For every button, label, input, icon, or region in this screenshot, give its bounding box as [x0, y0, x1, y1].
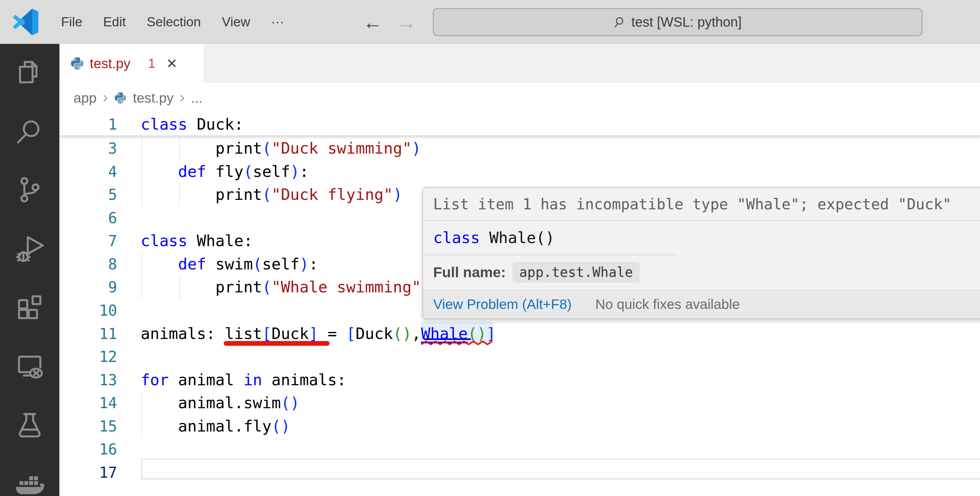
tab-close-icon[interactable]: ✕ — [166, 56, 177, 71]
run-debug-icon[interactable] — [14, 233, 45, 265]
hover-code-keyword: class — [433, 228, 480, 247]
code-token: self — [253, 163, 290, 181]
menu-selection[interactable]: Selection — [136, 14, 211, 29]
sticky-code-line[interactable]: 1class Duck: — [59, 113, 980, 136]
code-token: ( — [281, 394, 290, 412]
code-line[interactable]: 16 — [59, 438, 980, 461]
code-line[interactable]: 13for animal in animals: — [59, 368, 980, 392]
code-line[interactable]: 14 animal.swim() — [59, 391, 980, 415]
code-token: "Whale swimming" — [272, 278, 421, 296]
extensions-icon[interactable] — [14, 292, 45, 324]
code-token: Whale: — [187, 231, 253, 250]
activity-bar — [0, 44, 59, 496]
code-token: Duck: — [187, 115, 243, 133]
code-token: class — [141, 231, 187, 250]
line-number[interactable]: 6 — [59, 206, 117, 230]
chevron-right-icon: › — [103, 88, 108, 106]
code-line[interactable]: 17 — [59, 461, 980, 484]
explorer-icon[interactable] — [14, 57, 45, 88]
line-number[interactable]: 11 — [59, 322, 117, 345]
view-problem-link[interactable]: View Problem (Alt+F8) — [433, 297, 572, 312]
code-token: self — [262, 255, 299, 273]
code-token: ( — [262, 139, 272, 157]
code-line[interactable]: 4 def fly(self): — [59, 160, 980, 183]
menu-bar: File Edit Selection View ··· — [51, 0, 294, 44]
vscode-window: File Edit Selection View ··· ← → test [W… — [0, 0, 980, 496]
red-marker-underline — [224, 341, 329, 346]
code-text[interactable]: animal.fly() — [141, 415, 290, 438]
code-token: animal.swim — [141, 394, 281, 412]
code-token: Duck — [272, 324, 309, 343]
remote-explorer-icon[interactable] — [14, 351, 45, 382]
code-line[interactable]: 15 animal.fly() — [59, 415, 980, 438]
hover-code-rest: Whale() — [480, 228, 555, 247]
line-number[interactable]: 14 — [59, 391, 117, 415]
command-center-search[interactable]: test [WSL: python] — [433, 8, 923, 36]
line-number[interactable]: 1 — [59, 113, 117, 136]
breadcrumb-folder[interactable]: app — [73, 90, 97, 106]
code-text[interactable]: class Whale: — [141, 229, 253, 252]
code-token: , — [412, 324, 421, 343]
code-line[interactable]: 3 print("Duck swimming") — [59, 137, 980, 160]
code-token: = — [318, 324, 346, 343]
code-token: for — [141, 371, 169, 389]
line-number[interactable]: 10 — [59, 299, 117, 322]
breadcrumb-file[interactable]: test.py — [133, 90, 174, 106]
search-icon — [614, 16, 627, 29]
menu-view[interactable]: View — [211, 14, 261, 29]
code-text[interactable]: animal.swim() — [141, 391, 299, 415]
code-token: ( — [393, 324, 402, 343]
line-number[interactable]: 7 — [59, 229, 117, 252]
no-quick-fixes-label: No quick fixes available — [595, 297, 740, 312]
testing-beaker-icon[interactable] — [14, 409, 45, 440]
code-token: ) — [412, 139, 421, 157]
menu-edit[interactable]: Edit — [93, 14, 136, 29]
hover-fullname-label: Full name: — [433, 264, 506, 281]
code-line[interactable]: 12 — [59, 345, 980, 368]
code-token: print — [141, 185, 262, 204]
breadcrumb-more[interactable]: ... — [191, 90, 202, 106]
tab-test-py[interactable]: test.py 1 ✕ — [60, 44, 204, 83]
code-token: "Duck swimming" — [272, 139, 412, 157]
menu-file[interactable]: File — [51, 14, 93, 29]
python-file-icon — [114, 91, 127, 104]
code-text[interactable]: def swim(self): — [141, 252, 318, 276]
code-text[interactable]: print("Whale swimming") — [141, 276, 430, 299]
docker-icon[interactable] — [14, 469, 45, 496]
hover-fullname-value: app.test.Whale — [512, 262, 640, 282]
line-number[interactable]: 5 — [59, 183, 117, 206]
hover-error-message: List item 1 has incompatible type "Whale… — [423, 188, 980, 220]
back-arrow-icon[interactable]: ← — [363, 0, 383, 44]
search-activity-icon[interactable] — [14, 116, 45, 147]
search-box-label: test [WSL: python] — [632, 14, 742, 30]
code-text[interactable]: for animal in animals: — [141, 368, 346, 392]
code-token: print — [141, 139, 262, 157]
code-token: fly — [206, 163, 243, 181]
line-number[interactable]: 16 — [59, 438, 117, 461]
forward-arrow-icon[interactable]: → — [397, 0, 416, 44]
code-text[interactable]: print("Duck swimming") — [141, 137, 421, 160]
code-token: animal.fly — [141, 417, 272, 435]
code-token: ) — [299, 255, 309, 273]
line-number[interactable]: 17 — [59, 461, 117, 484]
code-token: [ — [262, 324, 272, 343]
code-token — [141, 255, 178, 273]
line-number[interactable]: 3 — [59, 137, 117, 160]
line-number[interactable]: 4 — [59, 160, 117, 183]
line-number[interactable]: 13 — [59, 368, 117, 392]
code-token: swim — [206, 255, 253, 273]
code-token: : — [309, 255, 318, 273]
line-number[interactable]: 12 — [59, 345, 117, 368]
code-token: ( — [272, 417, 281, 435]
code-token: in — [243, 371, 262, 389]
code-text[interactable]: print("Duck flying") — [141, 183, 402, 206]
code-text[interactable]: class Duck: — [141, 113, 243, 136]
code-text[interactable]: def fly(self): — [141, 160, 309, 183]
line-number[interactable]: 8 — [59, 252, 117, 276]
hover-code-signature: class Whale() — [423, 221, 980, 255]
code-line[interactable]: 11animals: list[Duck] = [Duck(),Whale()] — [59, 322, 980, 345]
menu-more[interactable]: ··· — [261, 14, 294, 29]
source-control-icon[interactable] — [14, 174, 45, 205]
line-number[interactable]: 15 — [59, 415, 117, 438]
line-number[interactable]: 9 — [59, 276, 117, 299]
